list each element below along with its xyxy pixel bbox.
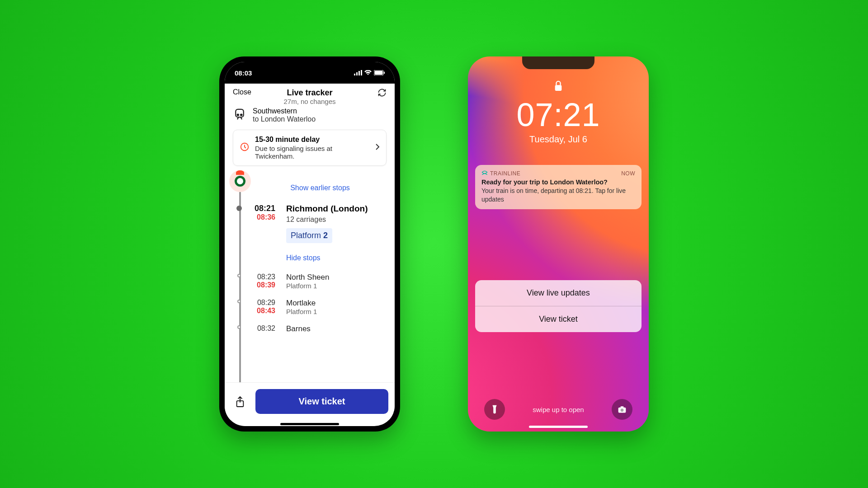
lockscreen-time: 07:21 <box>516 96 600 133</box>
trainline-logo-icon <box>481 170 488 177</box>
notification-body: Your train is on time, departing at 08:2… <box>481 187 635 204</box>
lock-screen-header: 07:21 Tuesday, Jul 6 <box>468 80 649 145</box>
swipe-hint: swipe up to open <box>533 406 584 413</box>
scheduled-time: 08:32 <box>245 324 275 333</box>
train-operator-row: Southwestern to London Waterloo <box>225 103 395 127</box>
wifi-icon <box>364 70 372 75</box>
clock-alert-icon <box>240 142 250 154</box>
stop-name: Richmond (London) <box>286 204 368 214</box>
notification-actions: View live updates View ticket <box>475 280 642 332</box>
page-title: Live tracker <box>287 88 332 98</box>
stop-dot-icon <box>237 274 241 277</box>
action-view-ticket[interactable]: View ticket <box>475 306 642 332</box>
svg-rect-3 <box>361 70 362 75</box>
app-header: Close Live tracker 27m, no changes <box>225 84 395 103</box>
svg-point-14 <box>621 408 624 412</box>
signal-icon <box>354 70 362 75</box>
scheduled-time: 08:21 <box>245 204 275 213</box>
delay-card[interactable]: 15-30 minute delay Due to signaling issu… <box>233 130 387 166</box>
destination-label: to London Waterloo <box>253 115 316 123</box>
stop-barnes[interactable]: 08:32 Barnes <box>245 320 395 338</box>
svg-rect-1 <box>356 72 358 75</box>
delayed-time: 08:36 <box>245 213 275 221</box>
stop-dot-icon <box>237 300 241 303</box>
lock-icon <box>553 80 563 94</box>
notification-title: Ready for your trip to London Waterloo? <box>481 178 635 186</box>
svg-rect-15 <box>621 406 624 408</box>
phone-frame-left: 08:03 Close Live tracker 27m, no changes <box>219 56 400 432</box>
platform-label: Platform 1 <box>286 308 317 315</box>
stop-north-sheen[interactable]: 08:23 08:39 North Sheen Platform 1 <box>245 268 395 294</box>
home-indicator[interactable] <box>280 423 339 425</box>
timeline: Show earlier stops 08:21 08:36 Richmond … <box>225 170 395 382</box>
chevron-right-icon <box>375 144 380 152</box>
delay-body: 15-30 minute delay Due to signaling issu… <box>255 136 370 160</box>
svg-point-8 <box>237 114 239 116</box>
action-view-live-updates[interactable]: View live updates <box>475 280 642 306</box>
screen-left: 08:03 Close Live tracker 27m, no changes <box>225 62 395 426</box>
scheduled-time: 08:29 <box>245 299 275 307</box>
delay-title: 15-30 minute delay <box>255 136 370 144</box>
svg-rect-2 <box>359 71 360 75</box>
train-icon <box>233 108 246 123</box>
svg-rect-6 <box>384 72 385 74</box>
bottom-bar: View ticket <box>225 382 395 420</box>
status-time: 08:03 <box>235 69 252 77</box>
platform-badge: Platform 2 <box>286 228 332 243</box>
stop-richmond[interactable]: 08:21 08:36 Richmond (London) 12 carriag… <box>245 199 395 248</box>
delay-reason: Due to signaling issues at Twickenham. <box>255 145 370 160</box>
timeline-line <box>239 192 241 382</box>
stop-name: Barnes <box>286 324 311 333</box>
svg-rect-12 <box>555 85 562 91</box>
svg-point-9 <box>241 114 242 116</box>
lockscreen-date: Tuesday, Jul 6 <box>529 134 587 145</box>
operator-name: Southwestern <box>253 107 316 115</box>
notch <box>522 56 594 69</box>
delayed-time: 08:39 <box>245 281 275 289</box>
hide-stops-button[interactable]: Hide stops <box>245 248 395 268</box>
platform-label: Platform 1 <box>286 282 329 290</box>
show-earlier-stops[interactable]: Show earlier stops <box>245 170 395 199</box>
phone-frame-right: 07:21 Tuesday, Jul 6 TRAINLINE now Ready… <box>468 56 649 432</box>
stop-name: Mortlake <box>286 299 317 308</box>
notification-brand: TRAINLINE <box>481 170 520 177</box>
svg-rect-5 <box>375 71 383 75</box>
refresh-button[interactable] <box>377 88 387 99</box>
svg-rect-7 <box>236 109 244 117</box>
status-icons <box>354 70 385 75</box>
notification-card[interactable]: TRAINLINE now Ready for your trip to Lon… <box>475 165 642 209</box>
camera-button[interactable] <box>612 399 632 420</box>
battery-icon <box>374 70 385 75</box>
lockscreen-bottom-controls: swipe up to open <box>468 399 649 420</box>
scheduled-time: 08:23 <box>245 273 275 281</box>
stop-dot-icon <box>236 206 242 211</box>
stop-name: North Sheen <box>286 273 329 282</box>
view-ticket-button[interactable]: View ticket <box>255 389 388 414</box>
notification-time: now <box>621 170 635 177</box>
carriages-label: 12 carriages <box>286 216 368 224</box>
stop-mortlake[interactable]: 08:29 08:43 Mortlake Platform 1 <box>245 294 395 320</box>
svg-rect-0 <box>354 74 355 75</box>
stop-dot-icon <box>237 325 241 329</box>
flashlight-button[interactable] <box>484 399 505 420</box>
home-indicator[interactable] <box>529 426 588 428</box>
current-position-marker <box>233 174 247 188</box>
delayed-time: 08:43 <box>245 307 275 315</box>
notification-header: TRAINLINE now <box>481 170 635 177</box>
share-button[interactable] <box>231 393 249 411</box>
notch <box>276 62 344 75</box>
close-button[interactable]: Close <box>233 88 251 96</box>
